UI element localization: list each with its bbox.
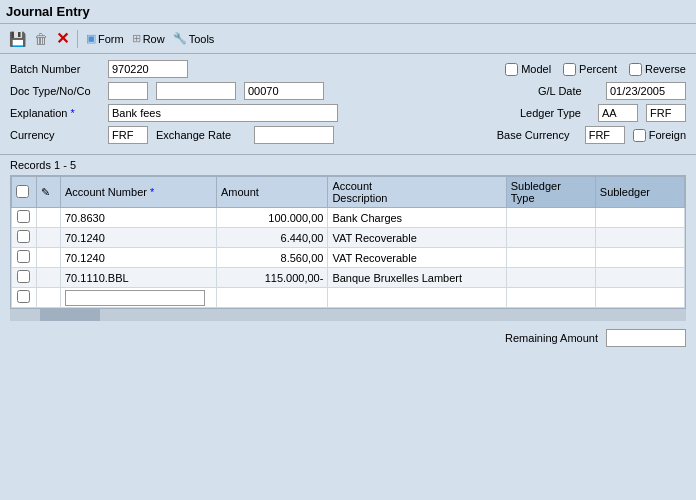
subledger-type-cell[interactable]: [506, 288, 595, 308]
amount-cell[interactable]: 100.000,00: [216, 208, 327, 228]
header-account-number: Account Number: [61, 177, 217, 208]
description-cell[interactable]: [328, 288, 506, 308]
doc-no-input[interactable]: [156, 82, 236, 100]
form-row-doctype: Doc Type/No/Co G/L Date: [10, 82, 686, 100]
row-checkbox-3[interactable]: [17, 270, 30, 283]
subledger-cell[interactable]: [595, 208, 684, 228]
account-cell[interactable]: 70.1240: [61, 248, 217, 268]
ledger-type-input2[interactable]: [646, 104, 686, 122]
form-button[interactable]: ▣ Form: [83, 30, 127, 47]
reverse-label: Reverse: [645, 63, 686, 75]
currency-input[interactable]: [108, 126, 148, 144]
header-amount: Amount: [216, 177, 327, 208]
row-icon: ⊞: [132, 32, 141, 45]
explanation-label: Explanation: [10, 107, 100, 119]
model-label: Model: [521, 63, 551, 75]
form-label: Form: [98, 33, 124, 45]
row-checkbox-1[interactable]: [17, 230, 30, 243]
row-checkbox-2[interactable]: [17, 250, 30, 263]
gl-date-input[interactable]: [606, 82, 686, 100]
tools-icon: 🔧: [173, 32, 187, 45]
amount-cell[interactable]: [216, 288, 327, 308]
description-cell[interactable]: Banque Bruxelles Lambert: [328, 268, 506, 288]
empty-row-input[interactable]: [65, 290, 205, 306]
toolbar: 💾 🗑 ✕ ▣ Form ⊞ Row 🔧 Tools: [0, 24, 696, 54]
table-body: 70.8630100.000,00Bank Charges70.12406.44…: [12, 208, 685, 308]
subledger-cell[interactable]: [595, 248, 684, 268]
records-bar: Records 1 - 5: [0, 154, 696, 175]
remaining-amount-label: Remaining Amount: [505, 332, 598, 344]
account-cell[interactable]: 70.1240: [61, 228, 217, 248]
form-area: Batch Number Model Percent Reverse Doc T…: [0, 54, 696, 154]
delete-button[interactable]: 🗑: [31, 29, 51, 49]
save-button[interactable]: 💾: [6, 29, 29, 49]
percent-checkbox-label[interactable]: Percent: [563, 63, 617, 76]
subledger-cell[interactable]: [595, 288, 684, 308]
model-checkbox[interactable]: [505, 63, 518, 76]
batch-number-label: Batch Number: [10, 63, 100, 75]
table-row: [12, 288, 685, 308]
header-subledger-type: SubledgerType: [506, 177, 595, 208]
form-row-currency: Currency Exchange Rate Base Currency For…: [10, 126, 686, 144]
subledger-cell[interactable]: [595, 268, 684, 288]
subledger-type-cell[interactable]: [506, 248, 595, 268]
edit-icon: ✎: [41, 186, 50, 198]
ledger-type-input[interactable]: [598, 104, 638, 122]
base-currency-label: Base Currency: [497, 129, 577, 141]
row-icon-cell: [36, 228, 61, 248]
page-title: Journal Entry: [6, 4, 90, 19]
delete-icon: 🗑: [34, 31, 48, 47]
journal-table: ✎ Account Number Amount AccountDescripti…: [11, 176, 685, 308]
subledger-type-cell[interactable]: [506, 268, 595, 288]
row-icon-cell: [36, 268, 61, 288]
account-cell[interactable]: 70.8630: [61, 208, 217, 228]
description-cell[interactable]: VAT Recoverable: [328, 248, 506, 268]
subledger-type-cell[interactable]: [506, 228, 595, 248]
form-row-explanation: Explanation Ledger Type: [10, 104, 686, 122]
exchange-rate-input[interactable]: [254, 126, 334, 144]
table-row: 70.8630100.000,00Bank Charges: [12, 208, 685, 228]
model-checkbox-label[interactable]: Model: [505, 63, 551, 76]
foreign-checkbox-label[interactable]: Foreign: [633, 129, 686, 142]
row-icon-cell: [36, 208, 61, 228]
description-cell[interactable]: VAT Recoverable: [328, 228, 506, 248]
header-select-all[interactable]: [16, 185, 29, 198]
percent-checkbox[interactable]: [563, 63, 576, 76]
account-cell[interactable]: 70.1110.BBL: [61, 268, 217, 288]
header-icon-col: ✎: [36, 177, 61, 208]
row-button[interactable]: ⊞ Row: [129, 30, 168, 47]
header-checkbox-col: [12, 177, 37, 208]
amount-cell[interactable]: 6.440,00: [216, 228, 327, 248]
currency-label: Currency: [10, 129, 100, 141]
table-row: 70.1110.BBL115.000,00-Banque Bruxelles L…: [12, 268, 685, 288]
reverse-checkbox-label[interactable]: Reverse: [629, 63, 686, 76]
horizontal-scrollbar[interactable]: [10, 309, 686, 321]
row-checkbox-4[interactable]: [17, 290, 30, 303]
doc-co-input[interactable]: [244, 82, 324, 100]
reverse-checkbox[interactable]: [629, 63, 642, 76]
explanation-input[interactable]: [108, 104, 338, 122]
row-checkbox-0[interactable]: [17, 210, 30, 223]
row-label: Row: [143, 33, 165, 45]
subledger-cell[interactable]: [595, 228, 684, 248]
title-bar: Journal Entry: [0, 0, 696, 24]
table-row: 70.12406.440,00VAT Recoverable: [12, 228, 685, 248]
table-row: 70.12408.560,00VAT Recoverable: [12, 248, 685, 268]
foreign-checkbox[interactable]: [633, 129, 646, 142]
doc-type-input[interactable]: [108, 82, 148, 100]
remaining-amount-input[interactable]: [606, 329, 686, 347]
doc-type-label: Doc Type/No/Co: [10, 85, 100, 97]
account-cell[interactable]: [61, 288, 217, 308]
records-count: Records 1 - 5: [10, 159, 76, 171]
description-cell[interactable]: Bank Charges: [328, 208, 506, 228]
tools-button[interactable]: 🔧 Tools: [170, 30, 218, 47]
subledger-type-cell[interactable]: [506, 208, 595, 228]
base-currency-input[interactable]: [585, 126, 625, 144]
close-button[interactable]: ✕: [53, 27, 72, 50]
scroll-thumb[interactable]: [40, 309, 100, 321]
amount-cell[interactable]: 115.000,00-: [216, 268, 327, 288]
amount-cell[interactable]: 8.560,00: [216, 248, 327, 268]
row-icon-cell: [36, 248, 61, 268]
gl-date-label: G/L Date: [538, 85, 598, 97]
batch-number-input[interactable]: [108, 60, 188, 78]
